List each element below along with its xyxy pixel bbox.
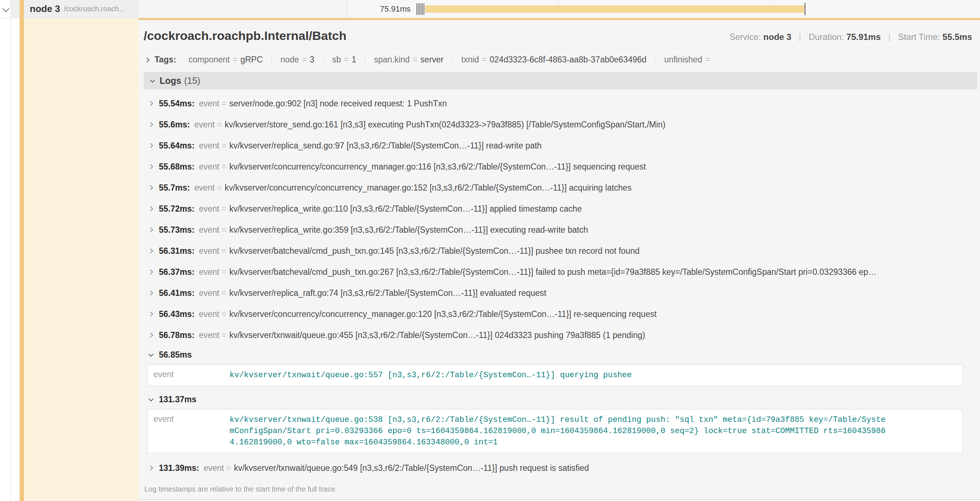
tag-equals: = [482, 55, 487, 64]
log-equals: = [222, 267, 226, 277]
chevron-right-icon [148, 333, 153, 338]
log-tick [422, 3, 423, 15]
collapse-gutter[interactable] [0, 0, 11, 18]
chevron-slot [148, 333, 153, 337]
log-field-key: event [199, 141, 219, 151]
log-message: kv/kvserver/concurrency/concurrency_mana… [224, 183, 980, 193]
log-entry-row[interactable]: 55.68ms:event=kv/kvserver/concurrency/co… [138, 156, 980, 177]
log-tick [421, 3, 422, 15]
chevron-right-icon [148, 290, 153, 295]
chevron-down-icon[interactable] [2, 5, 10, 12]
chevron-slot [148, 291, 153, 295]
log-entry-expanded-header[interactable]: 131.37ms [138, 390, 980, 408]
chevron-slot [148, 144, 153, 147]
span-service-name: node 3 [30, 3, 60, 14]
chevron-slot [148, 312, 153, 316]
log-entry-row[interactable]: 55.72ms:event=kv/kvserver/replica_write.… [138, 198, 980, 219]
tag-equals: = [302, 55, 307, 64]
tag-unfinished[interactable]: unfinished= [655, 53, 721, 67]
log-timestamp: 55.7ms: [159, 183, 190, 193]
log-equals: = [222, 204, 226, 214]
chevron-slot [148, 123, 153, 126]
log-field-key: event [148, 370, 229, 381]
log-entry-row[interactable]: 55.7ms:event=kv/kvserver/concurrency/con… [138, 177, 980, 198]
trace-body: /cockroach.roachpb.Internal/Batch Servic… [0, 18, 980, 501]
log-entry-row[interactable]: 131.39ms:event=kv/kvserver/txnwait/queue… [138, 458, 980, 479]
log-message: server/node.go:902 [n3] node received re… [229, 99, 980, 108]
tag-span.kind[interactable]: span.kind=server [365, 53, 452, 67]
span-duration-bar[interactable] [425, 5, 804, 13]
log-timestamp: 56.43ms: [159, 309, 194, 319]
log-message: kv/kvserver/replica_raft.go:74 [n3,s3,r6… [229, 288, 980, 298]
chevron-right-icon [148, 122, 153, 127]
chevron-slot [148, 397, 153, 401]
log-tick [424, 3, 424, 15]
log-entry-row[interactable]: 56.78ms:event=kv/kvserver/txnwait/queue.… [138, 325, 980, 346]
log-message: kv/kvserver/concurrency/concurrency_mana… [229, 162, 980, 172]
log-message: kv/kvserver/txnwait/queue.go:549 [n3,s3,… [234, 463, 980, 473]
chevron-slot [148, 249, 153, 253]
tag-key: unfinished [664, 55, 702, 64]
log-entry-row[interactable]: 55.64ms:event=kv/kvserver/replica_send.g… [138, 135, 980, 156]
chevron-down-icon [148, 396, 153, 402]
log-entry-row[interactable]: 55.54ms:event=server/node.go:902 [n3] no… [138, 93, 980, 114]
log-entry-row[interactable]: 56.37ms:event=kv/kvserver/batcheval/cmd_… [138, 262, 980, 282]
log-equals: = [222, 246, 226, 256]
log-tick [416, 3, 417, 15]
log-entry-row[interactable]: 56.31ms:event=kv/kvserver/batcheval/cmd_… [138, 240, 980, 262]
log-message: kv/kvserver/batcheval/cmd_push_txn.go:26… [229, 267, 980, 277]
tag-sb[interactable]: sb=1 [323, 53, 365, 67]
tag-key: component [189, 55, 230, 64]
log-field-key: event [199, 288, 219, 298]
chevron-right-icon [148, 101, 153, 106]
log-timestamp: 56.85ms [159, 350, 192, 360]
tag-key: span.kind [374, 55, 409, 64]
log-equals: = [217, 183, 222, 193]
tag-key: node [280, 55, 299, 64]
log-entry-row[interactable]: 55.6ms:event=kv/kvserver/store_send.go:1… [138, 114, 980, 135]
indent-gutter [11, 18, 19, 501]
chevron-right-icon [148, 311, 153, 317]
tags-accordion[interactable]: Tags: component=gRPCnode=3sb=1span.kind=… [138, 48, 980, 71]
log-timestamp: 55.54ms: [159, 99, 194, 108]
tag-component[interactable]: component=gRPC [180, 53, 272, 67]
start-time-label: Start Time: [898, 32, 940, 42]
chevron-right-icon [148, 466, 153, 471]
chevron-right-icon [148, 164, 153, 169]
duration-value: 75.91ms [846, 32, 881, 42]
log-timestamp: 55.6ms: [159, 120, 190, 129]
log-timestamp: 55.72ms: [159, 204, 194, 214]
chevron-slot [148, 270, 153, 274]
span-detail-panel: /cockroach.roachpb.Internal/Batch Servic… [138, 18, 980, 501]
log-equals: = [222, 99, 226, 108]
span-meta: Service: node 3 | Duration: 75.91ms | St… [729, 32, 972, 43]
tag-node[interactable]: node=3 [271, 53, 323, 67]
tag-value: server [420, 55, 444, 64]
log-message: kv/kvserver/concurrency/concurrency_mana… [229, 309, 980, 319]
tags-label: Tags: [154, 55, 176, 65]
chevron-down-icon [150, 78, 155, 83]
tag-txnid[interactable]: txnid=024d3323-6c8f-4863-aa8b-37ab0e6349… [452, 53, 655, 67]
log-timestamp: 56.37ms: [159, 267, 194, 277]
chevron-slot [148, 186, 153, 190]
span-accent-bar [19, 0, 24, 18]
logs-footer-note: Log timestamps are relative to the start… [138, 483, 980, 499]
log-equals: = [222, 141, 226, 151]
log-entry-row[interactable]: 55.73ms:event=kv/kvserver/replica_write.… [138, 219, 980, 240]
log-entry-expanded-header[interactable]: 56.85ms [138, 346, 980, 364]
log-entry-row[interactable]: 56.41ms:event=kv/kvserver/replica_raft.g… [138, 282, 980, 303]
span-name-cell[interactable]: node 3 /cockroach.roach… [11, 0, 139, 18]
timeline-track[interactable]: 75.91ms [347, 0, 980, 18]
chevron-slot [148, 353, 153, 356]
chevron-right-icon [148, 227, 153, 232]
log-field-key: event [199, 204, 219, 214]
log-entries-list: 55.54ms:event=server/node.go:902 [n3] no… [138, 89, 980, 479]
log-entry-row[interactable]: 56.43ms:event=kv/kvserver/concurrency/co… [138, 303, 980, 325]
log-tick [418, 3, 418, 15]
logs-accordion-header[interactable]: Logs (15) [144, 72, 977, 89]
tag-value: 024d3323-6c8f-4863-aa8b-37ab0e63496d [490, 55, 646, 64]
log-equals: = [222, 162, 226, 172]
log-timestamp: 56.31ms: [159, 246, 194, 256]
log-timestamp: 55.68ms: [159, 162, 194, 172]
tags-list: component=gRPCnode=3sb=1span.kind=server… [180, 53, 722, 67]
